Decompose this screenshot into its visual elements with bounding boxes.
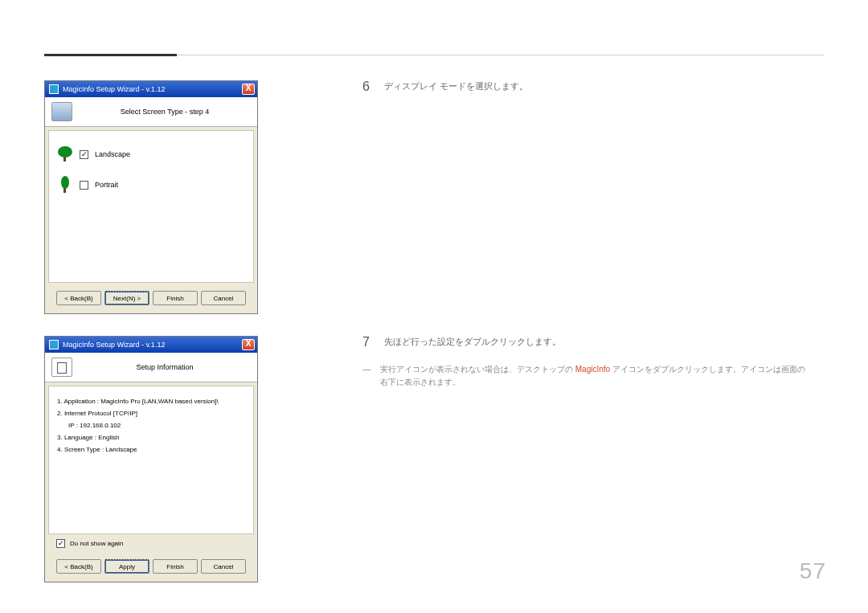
step6-number: 6 <box>362 80 370 93</box>
step7-number: 7 <box>362 336 370 349</box>
svg-point-3 <box>61 176 69 189</box>
wizard-body: Landscape Portrait <box>48 130 254 283</box>
note-pre: 実行アイコンが表示されない場合は、デスクトップの <box>380 365 575 374</box>
wizard-title: MagicInfo Setup Wizard - v.1.12 <box>63 341 242 349</box>
wizard-titlebar: MagicInfo Setup Wizard - v.1.12 X <box>45 337 257 353</box>
cancel-button[interactable]: Cancel <box>201 559 246 574</box>
wizard-header-text: Select Screen Type - step 4 <box>79 108 251 116</box>
wizard-setup-info: MagicInfo Setup Wizard - v.1.12 X Setup … <box>44 336 258 582</box>
svg-point-1 <box>58 146 72 157</box>
step7-text-block: 7 先ほど行った設定をダブルクリックします。 ― 実行アイコンが表示されない場合… <box>362 336 813 582</box>
option-portrait[interactable]: Portrait <box>57 176 245 194</box>
note-text: 実行アイコンが表示されない場合は、デスクトップの MagicInfo アイコンを… <box>380 363 813 389</box>
step7-note: ― 実行アイコンが表示されない場合は、デスクトップの MagicInfo アイコ… <box>362 363 813 389</box>
section-step-6: MagicInfo Setup Wizard - v.1.12 X Select… <box>44 80 528 314</box>
step6-text: ディスプレイ モードを選択します。 <box>384 80 528 93</box>
app-icon <box>49 84 59 94</box>
tree-landscape-icon <box>57 145 73 163</box>
step6-instruction: 6 ディスプレイ モードを選択します。 <box>362 80 528 93</box>
wizard-footer: < Back(B) Apply Finish Cancel <box>45 554 257 582</box>
back-button[interactable]: < Back(B) <box>56 291 101 305</box>
step7-instruction: 7 先ほど行った設定をダブルクリックします。 <box>362 336 813 349</box>
checkbox-portrait[interactable] <box>80 181 88 190</box>
step7-text: 先ほど行った設定をダブルクリックします。 <box>384 336 561 349</box>
step6-text-block: 6 ディスプレイ モードを選択します。 <box>362 80 528 314</box>
page-header-rule <box>44 55 824 55</box>
option-portrait-label: Portrait <box>95 181 118 189</box>
app-icon <box>49 340 59 349</box>
noshow-label: Do not show again <box>70 540 123 547</box>
checkbox-landscape[interactable] <box>80 150 88 159</box>
info-protocol: 2. Internet Protocol [TCP/IP] <box>57 410 245 417</box>
apply-button[interactable]: Apply <box>104 559 149 574</box>
cancel-button[interactable]: Cancel <box>201 291 246 305</box>
wizard-header-text: Setup Information <box>79 363 251 371</box>
monitor-icon <box>51 102 72 121</box>
close-icon[interactable]: X <box>242 84 255 95</box>
document-click-icon <box>51 358 72 377</box>
section-step-7: MagicInfo Setup Wizard - v.1.12 X Setup … <box>44 336 813 582</box>
wizard-titlebar: MagicInfo Setup Wizard - v.1.12 X <box>45 81 257 97</box>
wizard-footer: < Back(B) Next(N) > Finish Cancel <box>45 286 257 313</box>
option-landscape[interactable]: Landscape <box>57 145 245 163</box>
next-button[interactable]: Next(N) > <box>104 291 149 305</box>
finish-button[interactable]: Finish <box>153 559 198 574</box>
page-number: 57 <box>800 558 826 584</box>
info-application: 1. Application : MagicInfo Pro [LAN,WAN … <box>57 398 245 405</box>
wizard-header: Setup Information <box>45 353 257 382</box>
do-not-show-row[interactable]: Do not show again <box>45 537 257 554</box>
info-ip: IP : 192.168.0.102 <box>68 422 245 429</box>
note-highlight: MagicInfo <box>575 365 610 374</box>
wizard-screen-type: MagicInfo Setup Wizard - v.1.12 X Select… <box>44 80 258 314</box>
info-screen-type: 4. Screen Type : Landscape <box>57 446 245 453</box>
option-landscape-label: Landscape <box>95 150 130 158</box>
close-icon[interactable]: X <box>242 339 255 350</box>
note-dash: ― <box>362 363 371 389</box>
wizard-header: Select Screen Type - step 4 <box>45 97 257 127</box>
wizard-title: MagicInfo Setup Wizard - v.1.12 <box>63 85 242 93</box>
finish-button[interactable]: Finish <box>153 291 198 305</box>
back-button[interactable]: < Back(B) <box>56 559 101 574</box>
wizard-body: 1. Application : MagicInfo Pro [LAN,WAN … <box>48 386 254 534</box>
tree-portrait-icon <box>57 176 73 194</box>
info-language: 3. Language : English <box>57 434 245 441</box>
checkbox-noshow[interactable] <box>56 539 65 548</box>
